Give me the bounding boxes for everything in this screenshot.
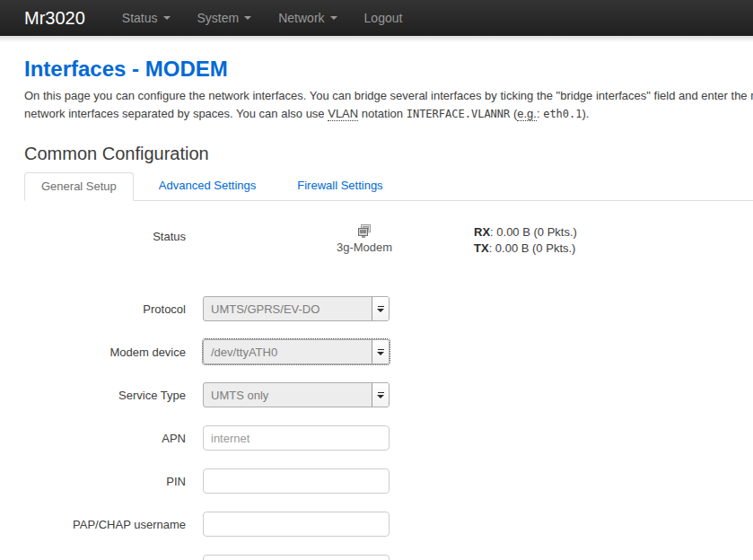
section-heading: Common Configuration bbox=[24, 144, 753, 164]
service-type-select-value: UMTS only bbox=[204, 383, 372, 407]
pin-label: PIN bbox=[24, 475, 186, 488]
tab-advanced-settings[interactable]: Advanced Settings bbox=[143, 172, 272, 200]
modem-device-label: Modem device bbox=[24, 346, 186, 359]
general-setup-form: Status 3g-Modem RX: 0.00 B (0 Pkts.) TX:… bbox=[24, 201, 753, 560]
tx-value: : 0.00 B (0 Pkts.) bbox=[489, 241, 576, 255]
dropdown-arrow-icon bbox=[372, 340, 389, 363]
pap-chap-username-row: PAP/CHAP username bbox=[24, 512, 753, 537]
nav-item-status-label: Status bbox=[122, 0, 158, 36]
chevron-down-icon bbox=[163, 16, 171, 20]
apn-input[interactable] bbox=[203, 425, 390, 451]
pap-chap-password-input[interactable] bbox=[203, 555, 390, 560]
top-navbar: Mr3020 Status System Network Logout bbox=[0, 0, 753, 36]
description-line-2: network interfaces separated by spaces. … bbox=[24, 105, 753, 123]
tab-bar: General Setup Advanced Settings Firewall… bbox=[24, 172, 753, 201]
nav-item-status[interactable]: Status bbox=[109, 0, 184, 36]
pap-chap-username-label: PAP/CHAP username bbox=[24, 518, 186, 531]
modem-device-select[interactable]: /dev/ttyATH0 bbox=[203, 339, 390, 364]
rx-label: RX bbox=[474, 225, 490, 239]
modem-device-select-value: /dev/ttyATH0 bbox=[204, 340, 372, 363]
tx-line: TX: 0.00 B (0 Pkts.) bbox=[474, 241, 577, 257]
apn-row: APN bbox=[24, 425, 753, 451]
code-eth0-1: eth0.1 bbox=[543, 108, 582, 120]
chevron-down-icon bbox=[244, 16, 251, 20]
dropdown-arrow-icon bbox=[372, 383, 389, 407]
service-type-select[interactable]: UMTS only bbox=[203, 382, 390, 407]
pin-input[interactable] bbox=[203, 468, 390, 494]
brand-title[interactable]: Mr3020 bbox=[24, 8, 85, 29]
page-title: Interfaces - MODEM bbox=[24, 57, 753, 82]
tab-firewall-settings[interactable]: Firewall Settings bbox=[281, 172, 398, 200]
protocol-row: Protocol UMTS/GPRS/EV-DO bbox=[24, 296, 753, 321]
chevron-down-icon bbox=[330, 16, 337, 20]
service-type-label: Service Type bbox=[24, 389, 186, 402]
tab-general-setup[interactable]: General Setup bbox=[24, 172, 134, 201]
nav-item-system-label: System bbox=[197, 0, 240, 36]
navbar-shadow bbox=[0, 36, 753, 42]
status-traffic: RX: 0.00 B (0 Pkts.) TX: 0.00 B (0 Pkts.… bbox=[474, 224, 577, 257]
protocol-label: Protocol bbox=[24, 302, 186, 316]
service-type-row: Service Type UMTS only bbox=[24, 382, 753, 407]
status-device: 3g-Modem bbox=[320, 224, 409, 254]
abbr-eg: e.g. bbox=[517, 107, 537, 121]
3g-modem-icon bbox=[357, 224, 372, 239]
nav-item-network[interactable]: Network bbox=[265, 0, 350, 36]
nav-item-network-label: Network bbox=[278, 0, 324, 36]
description-line-1: On this page you can configure the netwo… bbox=[24, 87, 753, 105]
modem-device-row: Modem device /dev/ttyATH0 bbox=[24, 339, 753, 364]
nav-item-system[interactable]: System bbox=[184, 0, 266, 36]
apn-label: APN bbox=[24, 432, 186, 445]
pap-chap-username-input[interactable] bbox=[203, 512, 390, 537]
status-row: Status 3g-Modem RX: 0.00 B (0 Pkts.) TX:… bbox=[24, 224, 753, 257]
pin-row: PIN bbox=[24, 468, 753, 494]
status-label: Status bbox=[24, 224, 186, 243]
code-interface-vlannr: INTERFACE.VLANNR bbox=[407, 108, 511, 120]
tx-label: TX bbox=[474, 241, 489, 255]
status-device-name: 3g-Modem bbox=[320, 241, 409, 254]
rx-line: RX: 0.00 B (0 Pkts.) bbox=[474, 224, 577, 241]
description-text: notation bbox=[358, 107, 407, 120]
dropdown-arrow-icon bbox=[372, 297, 389, 320]
abbr-vlan: VLAN bbox=[328, 107, 358, 121]
protocol-select[interactable]: UMTS/GPRS/EV-DO bbox=[203, 296, 390, 321]
page-description: On this page you can configure the netwo… bbox=[24, 87, 753, 123]
nav-item-logout[interactable]: Logout bbox=[351, 0, 416, 36]
page-content: Interfaces - MODEM On this page you can … bbox=[0, 57, 753, 560]
rx-value: : 0.00 B (0 Pkts.) bbox=[490, 225, 577, 239]
protocol-select-value: UMTS/GPRS/EV-DO bbox=[204, 297, 372, 320]
pap-chap-password-row: PAP/CHAP password ↻ bbox=[24, 555, 753, 560]
nav-item-logout-label: Logout bbox=[364, 0, 403, 36]
description-text: network interfaces separated by spaces. … bbox=[24, 107, 328, 120]
description-text: ). bbox=[582, 107, 590, 120]
